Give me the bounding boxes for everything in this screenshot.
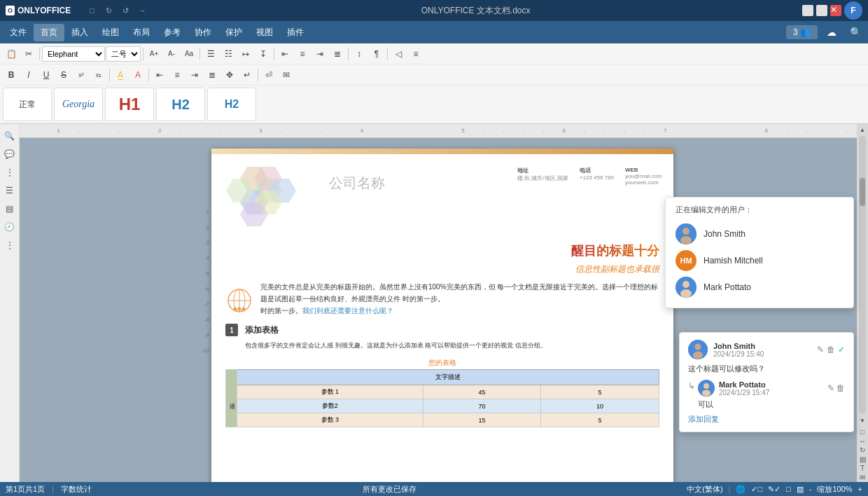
menu-file[interactable]: 文件	[3, 24, 34, 41]
left-tool-speaker[interactable]: 🕘	[2, 219, 18, 235]
italic-btn[interactable]: I	[20, 67, 37, 83]
reply-edit-btn[interactable]: ✎	[827, 383, 834, 393]
title-btn-2[interactable]: ↻	[102, 4, 115, 18]
menu-draw[interactable]: 绘图	[95, 24, 126, 41]
menu-collab[interactable]: 协作	[188, 24, 218, 41]
fit-page-btn[interactable]: □	[860, 428, 864, 436]
font-increase-btn[interactable]: A+	[146, 46, 162, 62]
paragraph-mark-btn[interactable]: ¶	[368, 46, 385, 62]
font-decrease-btn[interactable]: A-	[163, 46, 180, 62]
left-tool-align[interactable]: ▤	[2, 201, 18, 216]
align-right-btn[interactable]: ⇥	[312, 46, 328, 62]
left-tool-more[interactable]: ⋮	[2, 237, 18, 253]
justify-btn[interactable]: ≣	[329, 46, 346, 62]
search-btn[interactable]: 🔍	[846, 22, 865, 42]
title-control-close[interactable]: ✕	[830, 5, 841, 16]
zoom-in-btn[interactable]: +	[858, 485, 862, 493]
menu-protect[interactable]: 保护	[218, 24, 249, 41]
underline-btn[interactable]: U	[38, 67, 55, 83]
split-view-btn[interactable]: ▨	[797, 485, 804, 494]
line-spacing-btn[interactable]: ↕	[351, 46, 368, 62]
list-unordered-btn[interactable]: ☰	[202, 46, 219, 62]
comment-edit-btn[interactable]: ✎	[817, 345, 824, 354]
scroll-track[interactable]	[859, 136, 866, 414]
mail2-btn[interactable]: ✉	[860, 474, 865, 481]
title-control-max[interactable]	[816, 5, 827, 16]
indent-btn[interactable]: ↧	[255, 46, 272, 62]
left-tool-table[interactable]: ⋮	[2, 165, 18, 180]
more-btn[interactable]: ≡	[407, 46, 424, 62]
fit-screen-btn[interactable]: □	[786, 485, 791, 493]
style-h2[interactable]: H2	[156, 88, 205, 121]
fit-width-btn[interactable]: ↔	[859, 437, 866, 445]
comment-actions: ✎ 🗑 ✓	[817, 345, 845, 354]
track-changes-icon[interactable]: ✎✓	[768, 485, 780, 494]
superscript-btn[interactable]: x²	[73, 67, 90, 83]
menu-layout[interactable]: 布局	[126, 24, 157, 41]
strikethrough-btn[interactable]: S	[55, 67, 72, 83]
collab-users-btn[interactable]: 3 👥	[786, 25, 818, 39]
title-control-min[interactable]	[802, 5, 813, 16]
distribute-btn[interactable]: ✥	[221, 67, 238, 83]
justify2-btn[interactable]: ≣	[204, 67, 220, 83]
table-cell-v1-3: 15	[423, 413, 541, 427]
left-tool-comment[interactable]: 💬	[2, 146, 18, 162]
main-title: 醒目的标题十分	[571, 242, 659, 259]
svg-point-17	[680, 236, 692, 244]
cut-btn[interactable]: ✂	[20, 46, 37, 62]
word-count[interactable]: 字数统计	[61, 484, 92, 495]
comment-resolve-btn[interactable]: ✓	[838, 345, 845, 354]
outdent-btn[interactable]: ↦	[237, 46, 254, 62]
align-center-btn[interactable]: ≡	[294, 46, 311, 62]
indent2-btn[interactable]: ⏎	[260, 67, 277, 83]
title-btn-1[interactable]: □	[85, 4, 99, 18]
align-left-btn[interactable]: ⇤	[276, 46, 293, 62]
save-cloud-btn[interactable]: ☁	[822, 22, 841, 42]
zoom-out-btn[interactable]: -	[809, 485, 812, 493]
title-btn-4[interactable]: →	[135, 4, 149, 18]
eraser-btn[interactable]: ◁	[390, 46, 407, 62]
style-georgia[interactable]: Georgia	[54, 88, 103, 121]
list-ordered-btn[interactable]: ☷	[220, 46, 237, 62]
menu-insert[interactable]: 插入	[64, 24, 95, 41]
style-normal[interactable]: 正常	[3, 88, 52, 121]
chart-btn[interactable]: ▤	[860, 455, 866, 463]
style-h1[interactable]: H1	[105, 88, 154, 121]
comment-delete-btn[interactable]: 🗑	[827, 345, 835, 354]
vertical-scrollbar[interactable]: ▲ ▼ □ ↔ ↻ ▤ T ✉	[857, 124, 868, 482]
scroll-down-btn[interactable]: ▼	[858, 415, 867, 425]
add-reply-btn[interactable]: 添加回复	[688, 414, 845, 425]
reply-delete-btn[interactable]: 🗑	[836, 383, 845, 393]
bold-btn[interactable]: B	[3, 67, 20, 83]
rotate-btn[interactable]: ↻	[860, 446, 865, 454]
spell-check-icon[interactable]: ✓□	[751, 485, 762, 494]
reply-body: Mark Pottato 2024/1/29 15:47 ✎ 🗑 可以	[698, 380, 845, 410]
title-btn-3[interactable]: ↺	[118, 4, 132, 18]
menu-view[interactable]: 视图	[249, 24, 280, 41]
font-color-btn[interactable]: A	[130, 67, 146, 83]
menu-reference[interactable]: 参考	[157, 24, 188, 41]
para-link[interactable]: 我们到底还需要注意什么呢？	[302, 307, 393, 315]
subscript-btn[interactable]: x₂	[90, 67, 107, 83]
case-btn[interactable]: Aa	[181, 46, 197, 62]
section1-header: 1 添加表格	[225, 324, 659, 336]
menu-home[interactable]: 首页	[34, 24, 64, 41]
highlight-btn[interactable]: A̲	[112, 67, 129, 83]
rtl-btn[interactable]: ↵	[239, 67, 255, 83]
align-center2-btn[interactable]: ≡	[169, 67, 186, 83]
align-right2-btn[interactable]: ⇥	[186, 67, 203, 83]
style-h2-blue[interactable]: H2	[207, 88, 256, 121]
align-left2-btn[interactable]: ⇤	[151, 67, 168, 83]
scroll-up-btn[interactable]: ▲	[858, 125, 867, 135]
clipboard-btn[interactable]: 📋	[3, 46, 20, 62]
font-size-select[interactable]: 二号	[106, 46, 141, 62]
mail-btn[interactable]: ✉	[278, 67, 295, 83]
left-tool-list[interactable]: ☰	[2, 183, 18, 198]
font-name-select[interactable]: Elephant	[42, 46, 105, 62]
svg-point-19	[682, 281, 690, 288]
language-selector[interactable]: 中文(繁体)	[687, 484, 722, 495]
left-tool-search[interactable]: 🔍	[2, 128, 18, 144]
menu-plugins[interactable]: 插件	[280, 24, 311, 41]
text-btn[interactable]: T	[860, 464, 864, 472]
profile-avatar[interactable]: F	[844, 1, 862, 20]
